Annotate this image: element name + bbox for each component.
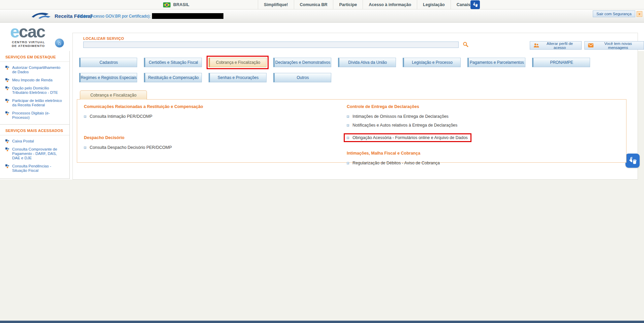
home-icon[interactable]: ⌂ xyxy=(55,38,64,48)
sidebar-item-consulta-pendencias[interactable]: Consulta Pendências - Situação Fiscal xyxy=(0,164,69,173)
change-profile-label: Alterar perfil de acesso xyxy=(542,42,578,50)
service-grid-icon xyxy=(5,164,9,168)
service-grid-icon xyxy=(5,86,9,90)
category-pronampe[interactable]: PRONAMPE xyxy=(532,58,590,67)
square-bullet-icon xyxy=(84,146,86,149)
sidebar-section-destaque: SERVIÇOS EM DESTAQUE Autorizar Compartil… xyxy=(0,51,69,120)
section-header: Comunicações Relacionadas a Restituição … xyxy=(84,104,300,109)
service-notificacoes-autos[interactable]: Notificações e Autos relativos à Entrega… xyxy=(347,123,589,128)
sidebar-item-dte[interactable]: Opção pelo Domicílio Tributário Eletrôni… xyxy=(0,86,69,95)
service-grid-icon xyxy=(5,66,9,70)
sidebar-section-title: SERVIÇOS MAIS ACESSADOS xyxy=(0,125,69,135)
services-panel: Comunicações Relacionadas a Restituição … xyxy=(77,99,626,163)
gov-menu-simplifique[interactable]: Simplifique! xyxy=(258,0,294,9)
footer-bar xyxy=(0,321,644,323)
redacted-taxpayer-name xyxy=(152,13,223,19)
top-action-buttons: Alterar perfil de acesso Você tem novas … xyxy=(530,41,644,50)
libras-hands-icon xyxy=(472,2,478,8)
service-obrigacao-acessoria-highlighted[interactable]: Obrigação Acessória - Formulários online… xyxy=(344,133,471,142)
logout-button[interactable]: Sair com Segurança xyxy=(593,10,635,17)
envelope-icon xyxy=(588,43,593,48)
service-intimacoes-omissos[interactable]: Intimações de Omissos na Entrega de Decl… xyxy=(347,114,589,119)
service-grid-icon xyxy=(5,78,9,82)
service-grid-icon xyxy=(5,147,9,152)
category-row-2: Regimes e Registros Especiais Restituiçã… xyxy=(79,73,331,82)
category-divida-ativa[interactable]: Dívida Ativa da União xyxy=(338,58,396,67)
search-icon[interactable] xyxy=(462,42,469,48)
section-header: Despacho Decisório xyxy=(84,135,300,140)
service-regularizacao-debitos[interactable]: Regularização de Débitos - Aviso de Cobr… xyxy=(347,160,589,166)
category-declaracoes[interactable]: Declarações e Demonstrativos xyxy=(273,58,331,67)
square-bullet-icon xyxy=(347,115,349,118)
brazil-flag-icon xyxy=(163,2,171,7)
change-profile-button[interactable]: Alterar perfil de acesso xyxy=(530,41,582,50)
services-left-column: Comunicações Relacionadas a Restituição … xyxy=(84,103,300,154)
category-regimes[interactable]: Regimes e Registros Especiais xyxy=(79,73,137,82)
vlibras-floating-button[interactable] xyxy=(625,154,640,168)
sidebar-item-meu-imposto-renda[interactable]: Meu Imposto de Renda xyxy=(0,78,69,82)
gov-top-bar: BRASIL Simplifique! Comunica BR Particip… xyxy=(0,0,644,9)
receita-header-bar: Receita Federal Titular (Acesso GOV.BR p… xyxy=(0,9,644,23)
gov-menu-acesso-informacao[interactable]: Acesso à informação xyxy=(363,0,417,9)
tab-cobranca-fiscalizacao[interactable]: Cobrança e Fiscalização xyxy=(80,90,147,100)
sidebar-item-comprovante-pagamento[interactable]: Consulta Comprovante de Pagamento - DARF… xyxy=(0,147,69,160)
gov-menu-legislacao[interactable]: Legislação xyxy=(417,0,451,9)
titular-info: Titular (Acesso GOV.BR por Certificado): xyxy=(78,13,223,19)
square-bullet-icon xyxy=(347,124,349,127)
gov-menu-comunica-br[interactable]: Comunica BR xyxy=(294,0,333,9)
close-icon[interactable]: x xyxy=(637,11,642,17)
search-input[interactable] xyxy=(83,42,459,48)
sidebar: SERVIÇOS EM DESTAQUE Autorizar Compartil… xyxy=(0,51,70,179)
search-label: LOCALIZAR SERVIÇO xyxy=(83,36,124,41)
sidebar-item-autorizar-compartilhamento[interactable]: Autorizar Compartilhamento de Dados xyxy=(0,65,69,74)
new-messages-button[interactable]: Você tem novas mensagens xyxy=(584,41,644,50)
ecac-logo-cac: cac xyxy=(19,22,45,41)
section-header: Controle de Entrega de Declarações xyxy=(347,104,589,109)
gov-menu: Simplifique! Comunica BR Participe Acess… xyxy=(258,0,477,9)
service-grid-icon xyxy=(5,99,9,103)
ecac-logo: ecac CENTRO VIRTUAL DE ATENDIMENTO xyxy=(10,24,45,48)
square-bullet-icon xyxy=(347,162,349,164)
sidebar-item-leilao-eletronico[interactable]: Participar de leilão eletrônico da Recei… xyxy=(0,99,69,107)
square-bullet-icon xyxy=(84,115,86,118)
sidebar-section-title: SERVIÇOS EM DESTAQUE xyxy=(0,51,69,62)
category-pagamentos[interactable]: Pagamentos e Parcelamentos xyxy=(467,58,525,67)
sidebar-item-caixa-postal[interactable]: Caixa Postal xyxy=(0,139,69,143)
category-certidoes[interactable]: Certidões e Situação Fiscal xyxy=(144,58,202,67)
service-grid-icon xyxy=(5,111,9,115)
category-cadastros[interactable]: Cadastros xyxy=(79,58,137,67)
category-row-1: Cadastros Certidões e Situação Fiscal Co… xyxy=(79,58,590,67)
gov-brand-label: BRASIL xyxy=(173,2,189,7)
new-messages-label: Você tem novas mensagens xyxy=(596,42,640,50)
ecac-subtitle: CENTRO VIRTUAL DE ATENDIMENTO xyxy=(10,40,45,48)
category-cobranca-fiscalizacao[interactable]: Cobrança e Fiscalização xyxy=(209,58,267,67)
category-outros[interactable]: Outros xyxy=(273,73,331,82)
ecac-logo-e: e xyxy=(10,22,19,41)
category-senhas[interactable]: Senhas e Procurações xyxy=(209,73,267,82)
service-grid-icon xyxy=(5,139,9,143)
libras-accessibility-button[interactable] xyxy=(470,0,480,9)
gov-menu-participe[interactable]: Participe xyxy=(333,0,363,9)
sidebar-item-processos-digitais[interactable]: Processos Digitais (e-Processo) xyxy=(0,111,69,120)
category-restituicao[interactable]: Restituição e Compensação xyxy=(144,73,202,82)
service-consulta-despacho-decisorio[interactable]: Consulta Despacho Decisório PER/DCOMP xyxy=(84,145,300,150)
square-bullet-icon xyxy=(347,137,349,139)
service-consulta-intimacao-perdcomp[interactable]: Consulta Intimação PER/DCOMP xyxy=(84,114,300,119)
section-header: Intimações, Malha Fiscal e Cobrança xyxy=(347,151,589,156)
gov-brand-brasil[interactable]: BRASIL xyxy=(163,0,189,9)
titular-label: Titular (Acesso GOV.BR por Certificado): xyxy=(78,14,151,19)
receita-logo-icon xyxy=(31,12,52,20)
ecac-logo-text: ecac xyxy=(10,24,45,40)
libras-hands-icon xyxy=(628,156,637,165)
category-legislacao-processo[interactable]: Legislação e Processo xyxy=(403,58,461,67)
sidebar-section-mais-acessados: SERVIÇOS MAIS ACESSADOS Caixa Postal Con… xyxy=(0,124,69,173)
services-right-column: Controle de Entrega de Declarações Intim… xyxy=(347,103,589,169)
users-icon xyxy=(533,43,539,48)
logout-area: Sair com Segurança x xyxy=(593,10,642,17)
